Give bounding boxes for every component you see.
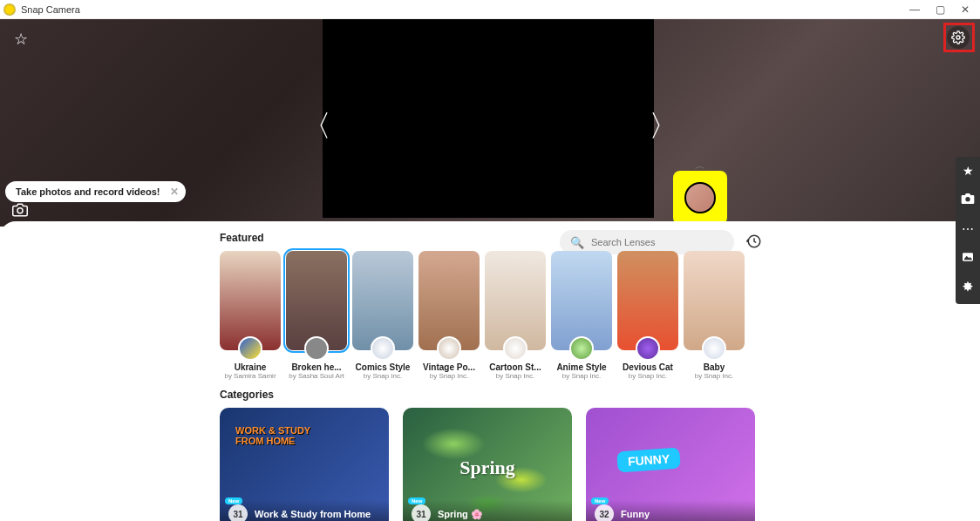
chevron-up-icon: ︿: [695, 159, 705, 173]
app-icon: [3, 3, 16, 16]
category-footer: New31Spring 🌸: [403, 500, 572, 521]
lens-thumb: [684, 251, 745, 350]
lens-badge-icon: [503, 336, 527, 361]
search-icon: 🔍: [570, 236, 584, 249]
svg-point-2: [965, 197, 970, 201]
lens-author: by Snap Inc.: [695, 372, 733, 380]
camera-icon: [12, 202, 28, 218]
lens-thumb: [419, 251, 480, 350]
lens-badge-icon: [569, 336, 594, 361]
settings-button[interactable]: [947, 26, 970, 49]
lens-card[interactable]: Ukraineby Samira Samir: [220, 251, 281, 380]
category-footer: New32Funny: [586, 500, 755, 521]
pin-icon[interactable]: ★: [963, 164, 974, 178]
history-icon[interactable]: [746, 233, 762, 252]
lens-author: by Snap Inc.: [430, 372, 468, 380]
lens-name: Broken he...: [291, 362, 341, 372]
category-title: Funny: [621, 509, 650, 519]
lens-thumb: [286, 251, 347, 350]
lens-card[interactable]: Devious Catby Snap Inc.: [617, 251, 678, 380]
lens-row: Ukraineby Samira SamirBroken he...by Sas…: [220, 251, 760, 380]
lens-author: by Snap Inc.: [496, 372, 534, 380]
lens-name: Cartoon St...: [489, 362, 541, 372]
prev-lens-button[interactable]: 〈: [302, 106, 331, 146]
rail-camera-icon[interactable]: [961, 192, 975, 208]
lens-card[interactable]: Babyby Snap Inc.: [684, 251, 745, 380]
lens-badge-icon: [702, 336, 726, 361]
lens-badge-icon: [304, 336, 329, 361]
lens-name: Comics Style: [356, 362, 411, 372]
category-deco: WORK & STUDYFROM HOME: [235, 425, 310, 446]
lens-card[interactable]: Cartoon St...by Snap Inc.: [485, 251, 546, 380]
category-card[interactable]: FUNNYNew32Funny: [586, 408, 755, 521]
camera-button[interactable]: [12, 202, 28, 221]
tooltip-close-icon[interactable]: ✕: [170, 186, 179, 198]
lens-thumb: [352, 251, 413, 350]
lens-card[interactable]: Anime Styleby Snap Inc.: [551, 251, 612, 380]
next-lens-button[interactable]: 〉: [649, 106, 678, 146]
lens-name: Ukraine: [235, 362, 267, 372]
camera-tooltip: Take photos and record videos! ✕: [5, 181, 186, 202]
new-badge: New: [591, 497, 609, 504]
search-input[interactable]: [591, 237, 724, 247]
category-row: WORK & STUDYFROM HOMENew31Work & Study f…: [220, 408, 760, 521]
lens-name: Devious Cat: [623, 362, 673, 372]
category-card[interactable]: WORK & STUDYFROM HOMENew31Work & Study f…: [220, 408, 389, 521]
lens-author: by Sasha Soul Art: [289, 372, 344, 380]
category-deco: FUNNY: [616, 448, 681, 473]
category-title: Work & Study from Home: [255, 509, 371, 519]
lens-card[interactable]: Vintage Po...by Snap Inc.: [419, 251, 480, 380]
svg-point-1: [17, 208, 23, 213]
category-deco: Spring: [459, 457, 515, 479]
window-title: Snap Camera: [21, 4, 909, 15]
lens-thumb: [551, 251, 612, 350]
rail-settings-icon[interactable]: [961, 281, 975, 297]
new-badge: New: [225, 497, 242, 504]
lens-card[interactable]: Comics Styleby Snap Inc.: [352, 251, 413, 380]
gallery-icon[interactable]: [961, 250, 975, 267]
snapcode[interactable]: ︿: [673, 171, 727, 225]
new-badge: New: [408, 497, 425, 504]
lens-thumb: [485, 251, 546, 350]
snapcode-avatar: [684, 182, 716, 213]
category-count: New31: [412, 504, 431, 521]
lens-author: by Samira Samir: [224, 372, 276, 380]
lens-author: by Snap Inc.: [629, 372, 667, 380]
favorite-icon[interactable]: ☆: [14, 30, 28, 49]
lens-author: by Snap Inc.: [562, 372, 601, 380]
gear-icon: [951, 30, 965, 44]
lens-name: Baby: [704, 362, 725, 372]
window-controls: — ▢ ✕: [909, 3, 977, 16]
minimize-button[interactable]: —: [909, 3, 920, 16]
lens-card[interactable]: Broken he...by Sasha Soul Art: [286, 251, 347, 380]
svg-point-0: [956, 36, 960, 39]
category-card[interactable]: SpringNew31Spring 🌸: [403, 408, 572, 521]
video-area: ☆ 〈 〉 ︿ Take photos and record videos! ✕: [0, 19, 980, 227]
titlebar: Snap Camera — ▢ ✕: [0, 0, 980, 19]
category-count: New31: [228, 504, 248, 521]
categories-title: Categories: [220, 389, 760, 401]
category-title: Spring 🌸: [438, 509, 483, 520]
category-footer: New31Work & Study from Home: [220, 500, 389, 521]
lens-name: Anime Style: [556, 362, 606, 372]
lens-name: Vintage Po...: [423, 362, 475, 372]
lens-badge-icon: [437, 336, 461, 361]
lens-author: by Snap Inc.: [364, 372, 402, 380]
video-preview: [323, 19, 654, 218]
lens-badge-icon: [636, 336, 660, 361]
lens-thumb: [617, 251, 678, 350]
right-rail: ★ ⋯: [956, 157, 980, 304]
more-icon[interactable]: ⋯: [962, 222, 974, 236]
lens-badge-icon: [371, 336, 395, 361]
category-count: New32: [595, 504, 614, 521]
tooltip-text: Take photos and record videos!: [16, 186, 160, 197]
lens-panel: 🔍 Featured Ukraineby Samira SamirBroken …: [0, 221, 980, 521]
lens-thumb: [220, 251, 281, 350]
lens-badge-icon: [238, 336, 262, 361]
close-button[interactable]: ✕: [961, 3, 970, 16]
maximize-button[interactable]: ▢: [936, 3, 945, 16]
